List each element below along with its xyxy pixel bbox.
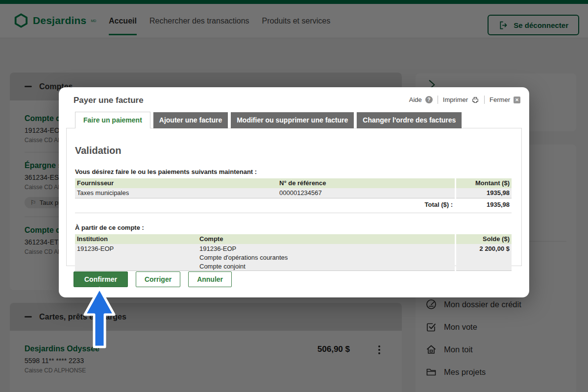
- confirm-button[interactable]: Confirmer: [74, 271, 128, 287]
- app: Desjardins MD Accueil Rechercher des tra…: [0, 0, 588, 392]
- help-link[interactable]: Aide ?: [409, 96, 433, 103]
- payments-table-row: Taxes municipales 000001234567 1935,98: [75, 188, 512, 198]
- payments-intro: Vous désirez faire le ou les paiements s…: [75, 168, 512, 175]
- tab-changer-ordre-factures[interactable]: Changer l'ordre des factures: [357, 112, 462, 128]
- tab-content: Validation Vous désirez faire le ou les …: [66, 128, 522, 266]
- account-intro: À partir de ce compte :: [75, 224, 512, 231]
- account-table-row: 191236-EOP 191236-EOP Compte d'opération…: [75, 244, 512, 271]
- payment-fournisseur: Taxes municipales: [75, 188, 277, 198]
- tab-ajouter-une-facture[interactable]: Ajouter une facture: [153, 112, 228, 128]
- tab-faire-un-paiement[interactable]: Faire un paiement: [75, 112, 150, 128]
- payment-montant: 1935,98: [456, 188, 512, 198]
- account-compte-number: 191236-EOP: [197, 244, 455, 253]
- col-institution: Institution: [75, 234, 197, 244]
- help-label: Aide: [409, 96, 422, 103]
- payments-table: Fournisseur N° de référence Montant ($) …: [75, 178, 512, 213]
- col-fournisseur: Fournisseur: [75, 178, 277, 188]
- close-link[interactable]: Fermer ✕: [490, 96, 520, 103]
- close-label: Fermer: [490, 96, 510, 103]
- modal-buttons: Confirmer Corriger Annuler: [74, 271, 232, 287]
- close-icon[interactable]: ✕: [514, 97, 520, 103]
- correct-button[interactable]: Corriger: [136, 271, 180, 287]
- payment-reference: 000001234567: [277, 188, 455, 198]
- col-solde: Solde ($): [456, 234, 512, 244]
- payments-total-row: Total ($) : 1935,98: [75, 200, 512, 213]
- account-table-header: Institution Compte Solde ($): [75, 234, 512, 244]
- print-link[interactable]: Imprimer: [443, 96, 479, 104]
- account-compte-type: Compte d'opérations courantes: [197, 253, 455, 262]
- total-label: Total ($) :: [422, 200, 455, 210]
- tab-modifier-supprimer-facture[interactable]: Modifier ou supprimer une facture: [231, 112, 354, 128]
- total-value: 1935,98: [456, 200, 512, 210]
- divider: [484, 96, 485, 104]
- print-label: Imprimer: [443, 96, 468, 103]
- account-solde: 2 200,00 $: [456, 244, 512, 254]
- printer-icon: [471, 96, 479, 104]
- modal-tabs: Faire un paiement Ajouter une facture Mo…: [75, 112, 465, 128]
- account-compte-joint: Compte conjoint: [197, 262, 455, 270]
- account-table: Institution Compte Solde ($) 191236-EOP …: [75, 234, 512, 271]
- col-compte: Compte: [197, 234, 455, 244]
- account-institution: 191236-EOP: [75, 244, 197, 270]
- pay-bill-modal: Payer une facture Aide ? Imprimer Fermer…: [59, 87, 529, 297]
- help-question-icon: ?: [425, 96, 433, 103]
- payments-table-header: Fournisseur N° de référence Montant ($): [75, 178, 512, 188]
- cancel-button[interactable]: Annuler: [188, 271, 232, 287]
- modal-title: Payer une facture: [74, 96, 144, 105]
- col-reference: N° de référence: [277, 178, 455, 188]
- modal-toolbar: Aide ? Imprimer Fermer ✕: [409, 96, 520, 104]
- col-montant: Montant ($): [456, 178, 512, 188]
- divider: [438, 96, 438, 104]
- validation-heading: Validation: [75, 145, 512, 156]
